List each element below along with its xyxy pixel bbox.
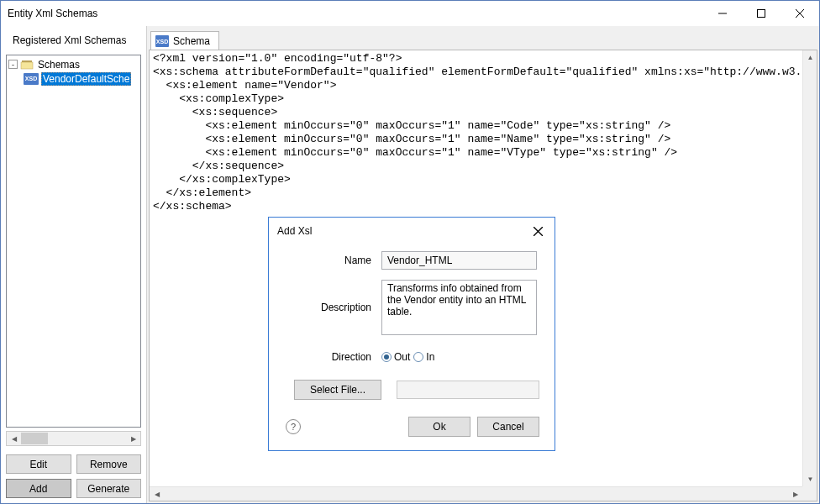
direction-label: Direction	[284, 348, 381, 366]
cancel-button[interactable]: Cancel	[477, 417, 539, 437]
xsd-icon: XSD	[24, 73, 39, 85]
ok-button[interactable]: Ok	[408, 417, 470, 437]
minimize-button[interactable]	[703, 1, 742, 26]
tree-root-label: Schemas	[36, 59, 81, 71]
window-controls	[703, 1, 819, 26]
window-title: Entity Xml Schemas	[8, 8, 703, 19]
dialog-title: Add Xsl	[277, 225, 528, 237]
svg-rect-5	[21, 62, 33, 69]
tree-hscrollbar[interactable]: ◀ ▶	[6, 431, 141, 446]
code-hscrollbar[interactable]: ◀ ▶	[150, 486, 802, 501]
tree-item-label: VendorDefaultSche	[41, 72, 131, 86]
dialog-close-button[interactable]	[528, 223, 548, 239]
main-panel: XSD Schema <?xml version="1.0" encoding=…	[147, 26, 819, 503]
select-file-button[interactable]: Select File...	[294, 380, 381, 400]
sidebar-header: Registered Xml Schemas	[1, 26, 146, 53]
description-field[interactable]	[381, 280, 537, 335]
dialog-titlebar: Add Xsl	[269, 218, 555, 243]
tab-label: Schema	[173, 35, 210, 47]
scroll-right-icon[interactable]: ▶	[788, 487, 802, 501]
radio-icon	[413, 352, 423, 362]
scroll-up-icon[interactable]: ▲	[803, 50, 817, 65]
code-vscrollbar[interactable]: ▲ ▼	[802, 50, 817, 486]
schema-tree[interactable]: - Schemas XSD VendorDefaultSche	[6, 55, 141, 428]
scroll-right-icon[interactable]: ▶	[126, 432, 140, 445]
radio-label: Out	[394, 351, 410, 363]
xsd-icon: XSD	[155, 35, 169, 47]
scroll-thumb[interactable]	[21, 433, 48, 444]
add-xsl-dialog: Add Xsl Name Description	[268, 217, 555, 451]
close-button[interactable]	[781, 1, 819, 26]
sidebar-buttons: Edit Remove Add Generate	[1, 451, 146, 503]
name-label: Name	[284, 251, 381, 270]
scroll-corner	[802, 486, 817, 501]
dialog-body: Name Description Direction	[269, 243, 555, 450]
svg-rect-4	[22, 60, 32, 62]
tree-root[interactable]: - Schemas	[8, 57, 139, 71]
main-window: Entity Xml Schemas Registered Xml Schema…	[0, 0, 820, 504]
tabbar: XSD Schema	[147, 26, 819, 50]
selected-file-display	[397, 381, 539, 399]
help-button[interactable]: ?	[286, 419, 301, 434]
radio-icon	[381, 352, 392, 362]
titlebar: Entity Xml Schemas	[1, 1, 819, 26]
direction-in-radio[interactable]: In	[413, 351, 434, 363]
maximize-button[interactable]	[742, 1, 781, 26]
scroll-left-icon[interactable]: ◀	[7, 432, 21, 445]
sidebar: Registered Xml Schemas - Schemas XSD Ven…	[1, 26, 147, 503]
name-field[interactable]	[381, 251, 537, 270]
tree-item[interactable]: XSD VendorDefaultSche	[8, 71, 139, 86]
generate-button[interactable]: Generate	[76, 479, 142, 498]
folder-icon	[20, 59, 34, 71]
svg-rect-1	[758, 10, 765, 18]
tab-schema[interactable]: XSD Schema	[150, 31, 219, 50]
radio-label: In	[426, 351, 434, 363]
scroll-left-icon[interactable]: ◀	[150, 487, 164, 501]
content: Registered Xml Schemas - Schemas XSD Ven…	[1, 26, 819, 503]
add-button[interactable]: Add	[6, 479, 71, 498]
scroll-down-icon[interactable]: ▼	[803, 472, 817, 486]
remove-button[interactable]: Remove	[76, 454, 142, 474]
description-label: Description	[284, 280, 381, 338]
edit-button[interactable]: Edit	[6, 454, 71, 474]
collapse-icon[interactable]: -	[8, 60, 18, 69]
direction-out-radio[interactable]: Out	[381, 351, 410, 363]
